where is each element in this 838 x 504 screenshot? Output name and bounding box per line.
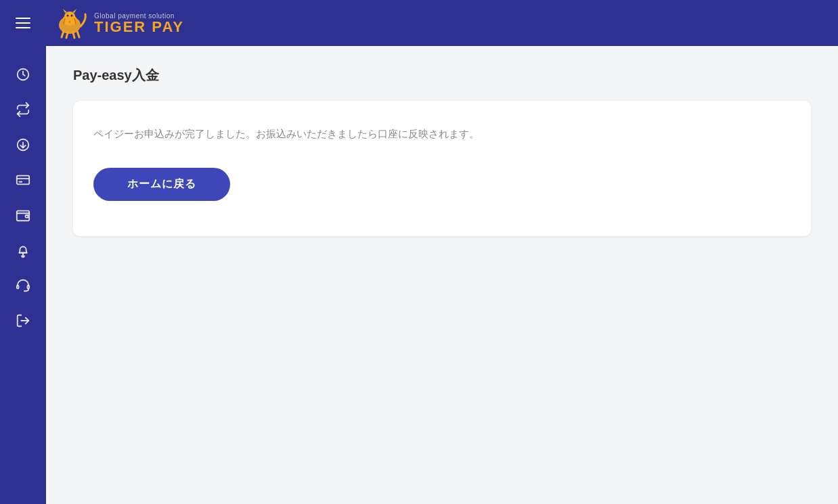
- svg-line-11: [66, 32, 68, 38]
- logo-text: Global payment solution TIGER PAY: [94, 12, 184, 35]
- notification-icon: [16, 243, 30, 258]
- card-icon: [16, 173, 30, 187]
- deposit-icon: [16, 137, 30, 152]
- sidebar-item-transfer[interactable]: [6, 95, 40, 124]
- hamburger-icon: [16, 18, 30, 28]
- history-icon: [16, 67, 30, 82]
- sidebar-item-notifications[interactable]: [6, 235, 40, 265]
- sidebar-item-history[interactable]: [6, 60, 40, 89]
- svg-rect-20: [17, 211, 29, 221]
- logout-icon: [16, 313, 30, 328]
- support-icon: [16, 278, 30, 293]
- tiger-logo-icon: [51, 6, 89, 40]
- sidebar-item-logout[interactable]: [6, 306, 40, 336]
- sidebar-item-card[interactable]: [6, 165, 40, 195]
- svg-line-10: [62, 31, 64, 37]
- sidebar-item-support[interactable]: [6, 271, 40, 300]
- sidebar-item-wallet[interactable]: [6, 200, 40, 230]
- main-content: Pay-easy入金 ペイジーお申込みが完了しました。お振込みいただきましたら口…: [46, 46, 838, 504]
- svg-marker-7: [72, 9, 76, 13]
- svg-point-8: [67, 15, 69, 17]
- svg-line-12: [73, 32, 74, 38]
- header: Global payment solution TIGER PAY: [0, 0, 838, 46]
- svg-marker-6: [63, 9, 67, 13]
- page-title: Pay-easy入金: [73, 66, 811, 85]
- svg-point-9: [71, 15, 73, 17]
- svg-point-5: [64, 12, 75, 21]
- menu-button[interactable]: [0, 0, 46, 46]
- transfer-icon: [16, 102, 30, 117]
- sidebar: [0, 46, 46, 504]
- svg-line-13: [77, 31, 79, 37]
- sidebar-item-deposit[interactable]: [6, 130, 40, 160]
- logo-title: TIGER PAY: [94, 20, 184, 35]
- svg-rect-24: [17, 285, 19, 289]
- body-wrapper: Pay-easy入金 ペイジーお申込みが完了しました。お振込みいただきましたら口…: [0, 46, 838, 504]
- success-message: ペイジーお申込みが完了しました。お振込みいただきましたら口座に反映されます。: [93, 128, 791, 141]
- content-card: ペイジーお申込みが完了しました。お振込みいただきましたら口座に反映されます。 ホ…: [73, 101, 811, 236]
- logo-area: Global payment solution TIGER PAY: [46, 6, 184, 40]
- wallet-icon: [16, 208, 30, 223]
- back-home-button[interactable]: ホームに戻る: [93, 168, 230, 201]
- svg-rect-17: [17, 176, 29, 185]
